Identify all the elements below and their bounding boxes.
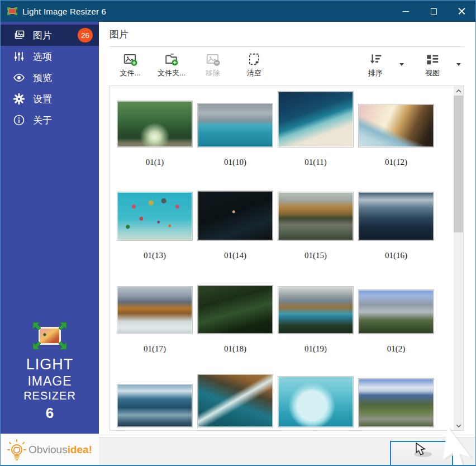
chevron-down-icon xyxy=(456,424,461,427)
minimize-button[interactable] xyxy=(392,1,420,22)
scroll-down-button[interactable] xyxy=(454,421,463,430)
sort-button[interactable]: 排序 xyxy=(355,51,396,80)
thumbnail-image[interactable] xyxy=(358,192,434,241)
gallery-item-autumn-larch-snowy-peaks[interactable]: 01(17) xyxy=(115,273,195,366)
thumbnail-image[interactable] xyxy=(197,103,273,148)
sidebar-nav: 图片 26 选项 预览 设置 关于 xyxy=(1,22,99,131)
sort-dropdown-caret[interactable] xyxy=(396,53,407,75)
resizer-logo-icon xyxy=(32,321,68,350)
gallery-item-ocean-wave[interactable] xyxy=(115,366,195,431)
gallery-item-sunset-coast-aerial[interactable]: 01(12) xyxy=(356,86,436,179)
thumbnail-image[interactable] xyxy=(117,101,193,148)
thumbnail-label: 01(15) xyxy=(304,247,327,273)
clear-button[interactable]: 清空 xyxy=(234,51,275,80)
gallery-item-fjord-dark-mountains[interactable]: 01(16) xyxy=(356,179,436,273)
thumbnail-image[interactable] xyxy=(197,191,273,241)
thumbnail-grid: 01(1) 01(10) 01(11) 01(12) 01(13) 01(14)… xyxy=(115,86,436,431)
remove-button[interactable]: 移除 xyxy=(192,51,234,80)
page-title: 图片 xyxy=(110,28,128,41)
count-badge: 26 xyxy=(78,28,93,42)
gallery-item-turquoise-lake-mountains-clouds[interactable]: 01(19) xyxy=(275,273,356,366)
vertical-scrollbar[interactable] xyxy=(454,86,463,430)
view-button[interactable]: 视图 xyxy=(412,51,453,80)
eye-icon xyxy=(12,71,26,84)
thumbnail-image[interactable] xyxy=(197,374,273,427)
gallery-item-jellyfish-underwater[interactable] xyxy=(275,366,356,431)
sidebar-item-label: 选项 xyxy=(33,50,52,63)
view-label: 视图 xyxy=(425,68,440,78)
thumbnail-label: 01(2) xyxy=(387,340,406,366)
thumbnail-image[interactable] xyxy=(278,91,354,148)
thumbnail-image[interactable] xyxy=(358,104,434,148)
continue-button[interactable] xyxy=(390,441,453,466)
thumbnail-image[interactable] xyxy=(197,285,273,334)
gallery-item-alpine-green-valley[interactable] xyxy=(356,366,436,431)
thumbnail-image[interactable] xyxy=(117,192,193,241)
maximize-button[interactable] xyxy=(420,1,448,22)
add-file-icon xyxy=(123,52,137,66)
main-panel: 图片 文件... 文件夹... 移除 清空 xyxy=(99,22,475,465)
brand-text-orange: idea! xyxy=(68,444,92,456)
scroll-up-button[interactable] xyxy=(454,86,463,96)
thumbnail-label: 01(18) xyxy=(224,340,246,366)
brand-text-gray: Obvious xyxy=(28,444,68,456)
sort-icon xyxy=(368,52,383,66)
thumbnail-image[interactable] xyxy=(278,286,354,334)
gear-icon xyxy=(12,92,26,106)
thumbnail-image[interactable] xyxy=(358,289,434,334)
gallery-item-hot-air-balloons[interactable]: 01(13) xyxy=(115,179,195,273)
gallery-item-coastal-cliff-aerial[interactable] xyxy=(195,366,275,431)
sort-label: 排序 xyxy=(368,68,383,78)
view-dropdown-caret[interactable] xyxy=(453,53,464,75)
app-window: Light Image Resizer 6 图片 26 选项 预览 设置 关于 xyxy=(0,0,476,466)
clear-label: 清空 xyxy=(247,68,261,78)
add-folder-button[interactable]: 文件夹... xyxy=(151,51,192,80)
gallery-item-granite-valley-overlook[interactable]: 01(2) xyxy=(356,273,436,366)
thumbnail-label: 01(13) xyxy=(144,247,166,273)
minimize-icon xyxy=(403,11,409,12)
window-title: Light Image Resizer 6 xyxy=(22,7,106,16)
add-folder-icon xyxy=(164,52,179,66)
add-files-button[interactable]: 文件... xyxy=(110,51,151,80)
thumbnail-image[interactable] xyxy=(117,384,193,427)
obviousidea-logo[interactable]: Obviousidea! xyxy=(7,439,92,461)
gallery-item-dense-green-jungle[interactable]: 01(18) xyxy=(195,273,275,366)
view-icon xyxy=(425,52,440,66)
sidebar-item-options[interactable]: 选项 xyxy=(1,46,99,67)
logo-line-3: RESIZER xyxy=(1,389,99,402)
sidebar-item-settings[interactable]: 设置 xyxy=(1,88,99,110)
thumbnail-image[interactable] xyxy=(278,192,354,241)
thumbnail-label: 01(17) xyxy=(144,340,166,366)
sidebar-item-about[interactable]: 关于 xyxy=(1,110,99,131)
sidebar-item-label: 图片 xyxy=(33,29,52,42)
sidebar-item-label: 设置 xyxy=(33,93,52,106)
toolbar: 文件... 文件夹... 移除 清空 排序 xyxy=(110,51,464,81)
thumbnail-image[interactable] xyxy=(117,286,193,334)
gallery-item-tree-lined-avenue[interactable]: 01(1) xyxy=(115,86,195,179)
thumbnail-label: 01(16) xyxy=(385,247,407,273)
gallery-item-calm-teal-lake-cloudy-sky[interactable]: 01(10) xyxy=(195,86,275,179)
maximize-icon xyxy=(431,8,437,15)
logo-line-2: IMAGE xyxy=(1,374,99,389)
sidebar-item-images[interactable]: 图片 26 xyxy=(1,25,99,46)
logo-line-1: LIGHT xyxy=(1,356,99,373)
bottom-bar xyxy=(99,437,475,465)
gallery-item-autumn-forest-reflection[interactable]: 01(15) xyxy=(275,179,356,273)
chevron-down-icon xyxy=(399,63,404,66)
close-button[interactable] xyxy=(448,1,475,22)
scrollbar-thumb[interactable] xyxy=(454,96,463,232)
close-icon xyxy=(458,8,465,15)
sidebar-item-preview[interactable]: 预览 xyxy=(1,67,99,88)
gallery-item-dark-sea-floating-swimmer[interactable]: 01(14) xyxy=(195,179,275,273)
thumbnail-image[interactable] xyxy=(358,378,434,427)
thumbnail-image[interactable] xyxy=(278,376,354,427)
app-icon xyxy=(7,7,18,16)
logo-version: 6 xyxy=(1,405,99,422)
remove-image-icon xyxy=(206,52,220,66)
toolbar-right: 排序 视图 xyxy=(355,51,464,80)
thumbnail-label: 01(14) xyxy=(224,247,246,273)
add-folder-label: 文件夹... xyxy=(158,68,185,78)
thumbnail-label: 01(10) xyxy=(224,154,246,179)
options-icon xyxy=(12,50,26,63)
gallery-item-turtle-on-beach-aerial[interactable]: 01(11) xyxy=(275,86,356,179)
